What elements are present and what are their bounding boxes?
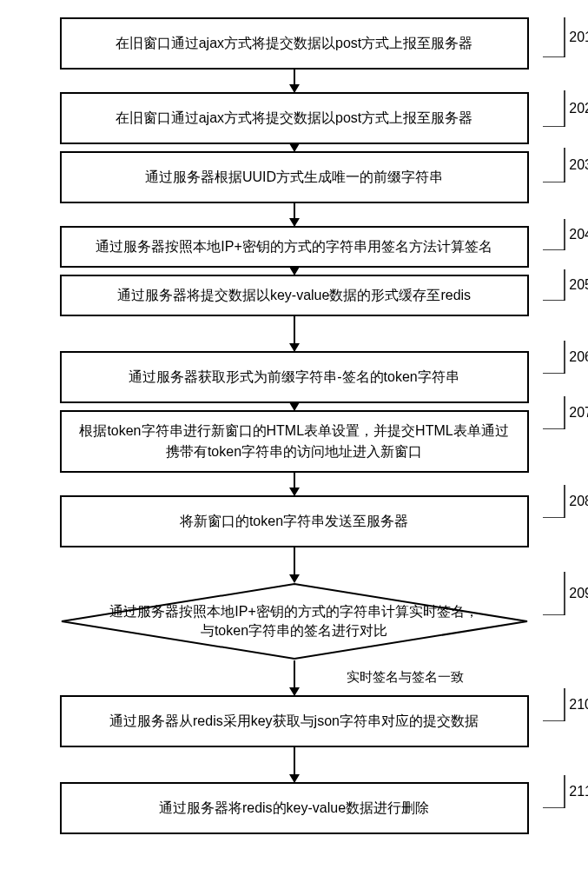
step-box-211: 通过服务器将redis的key-value数据进行删除 xyxy=(60,782,529,834)
edge-label-209-210: 实时签名与签名一致 xyxy=(347,669,464,686)
step-text-211: 通过服务器将redis的key-value数据进行删除 xyxy=(159,800,429,815)
step-text-206: 通过服务器获取形式为前缀字符串-签名的token字符串 xyxy=(129,369,459,384)
arrow-205-206 xyxy=(43,316,545,351)
step-label-208: 208 xyxy=(543,485,588,518)
step-label-209: 209 xyxy=(543,572,588,615)
arrow-208-209 xyxy=(43,547,545,582)
step-label-211: 211 xyxy=(543,775,588,808)
step-id-208: 208 xyxy=(569,494,588,509)
step-id-202: 202 xyxy=(569,101,588,116)
step-id-209: 209 xyxy=(569,586,588,601)
step-label-202: 202 xyxy=(543,90,588,127)
step-label-210: 210 xyxy=(543,688,588,721)
step-label-204: 204 xyxy=(543,219,588,250)
step-id-206: 206 xyxy=(569,349,588,365)
step-id-207: 207 xyxy=(569,405,588,421)
step-text-201: 在旧窗口通过ajax方式将提交数据以post方式上报至服务器 xyxy=(116,36,473,50)
step-label-201: 201 xyxy=(543,17,588,57)
step-box-208: 将新窗口的token字符串发送至服务器 xyxy=(60,495,529,547)
step-box-204: 通过服务器按照本地IP+密钥的方式的字符串用签名方法计算签名 xyxy=(60,226,529,268)
step-text-202: 在旧窗口通过ajax方式将提交数据以post方式上报至服务器 xyxy=(116,110,473,125)
step-box-206: 通过服务器获取形式为前缀字符串-签名的token字符串 xyxy=(60,351,529,403)
arrow-204-205 xyxy=(43,268,545,275)
arrow-201-202 xyxy=(43,70,545,92)
step-id-205: 205 xyxy=(569,277,588,293)
step-box-205: 通过服务器将提交数据以key-value数据的形式缓存至redis xyxy=(60,275,529,316)
step-text-207: 根据token字符串进行新窗口的HTML表单设置，并提交HTML表单通过携带有t… xyxy=(79,423,508,459)
step-label-203: 203 xyxy=(543,148,588,182)
step-id-203: 203 xyxy=(569,157,588,173)
arrow-207-208 xyxy=(43,473,545,495)
step-text-205: 通过服务器将提交数据以key-value数据的形式缓存至redis xyxy=(117,288,471,302)
step-box-202: 在旧窗口通过ajax方式将提交数据以post方式上报至服务器 xyxy=(60,92,529,144)
step-label-207: 207 xyxy=(543,396,588,429)
arrow-209-210: 实时签名与签名一致 xyxy=(43,660,545,695)
step-text-204: 通过服务器按照本地IP+密钥的方式的字符串用签名方法计算签名 xyxy=(96,239,492,254)
step-text-208: 将新窗口的token字符串发送至服务器 xyxy=(180,514,408,528)
arrow-206-207 xyxy=(43,403,545,410)
arrow-210-211 xyxy=(43,747,545,782)
decision-209: 通过服务器按照本地IP+密钥的方式的字符串计算实时签名，与token字符串的签名… xyxy=(43,582,545,660)
decision-text-209: 通过服务器按照本地IP+密钥的方式的字符串计算实时签名，与token字符串的签名… xyxy=(103,602,486,641)
step-box-210: 通过服务器从redis采用key获取与json字符串对应的提交数据 xyxy=(60,695,529,747)
step-label-206: 206 xyxy=(543,341,588,374)
arrow-202-203 xyxy=(43,144,545,151)
step-id-211: 211 xyxy=(569,784,588,799)
step-box-201: 在旧窗口通过ajax方式将提交数据以post方式上报至服务器 xyxy=(60,17,529,70)
step-box-203: 通过服务器根据UUID方式生成唯一的前缀字符串 xyxy=(60,151,529,203)
step-id-204: 204 xyxy=(569,227,588,242)
step-id-201: 201 xyxy=(569,30,588,45)
step-label-205: 205 xyxy=(543,269,588,301)
flowchart-container: 201 在旧窗口通过ajax方式将提交数据以post方式上报至服务器 202 在… xyxy=(0,0,588,869)
step-text-210: 通过服务器从redis采用key获取与json字符串对应的提交数据 xyxy=(109,713,479,728)
step-text-203: 通过服务器根据UUID方式生成唯一的前缀字符串 xyxy=(145,169,443,184)
arrow-203-204 xyxy=(43,203,545,226)
step-box-207: 根据token字符串进行新窗口的HTML表单设置，并提交HTML表单通过携带有t… xyxy=(60,410,529,473)
step-id-210: 210 xyxy=(569,697,588,713)
